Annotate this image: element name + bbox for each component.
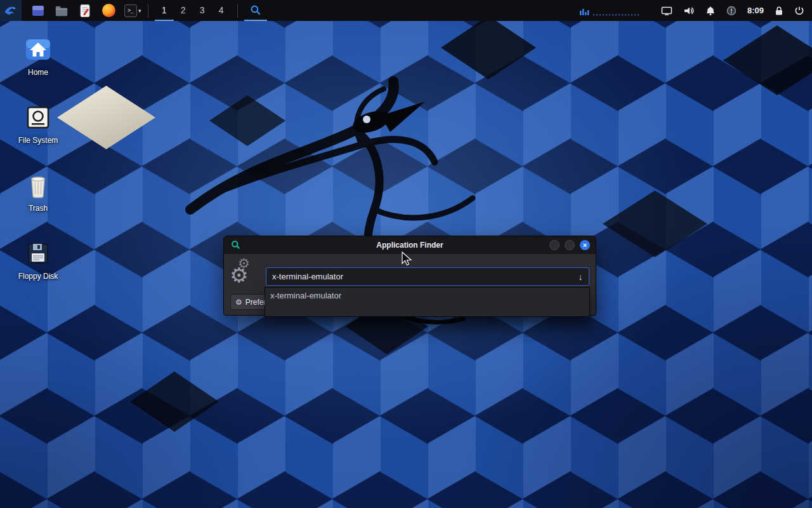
- launcher-file-manager[interactable]: [30, 3, 46, 18]
- workspace-button-4[interactable]: 4: [212, 0, 231, 21]
- close-icon: ×: [583, 242, 587, 249]
- desktop-icon-label: Trash: [29, 204, 48, 213]
- system-tray: 8:09: [579, 4, 812, 17]
- titlebar-buttons: ×: [549, 240, 590, 250]
- launcher-terminal[interactable]: >_ ▾: [124, 3, 141, 18]
- firefox-icon: [102, 4, 115, 17]
- desktop-icon-home[interactable]: Home: [8, 36, 69, 77]
- workspace-label: 4: [219, 5, 224, 15]
- search-icon: [250, 4, 261, 16]
- kali-logo-icon: [4, 4, 18, 18]
- status-icon: [726, 6, 737, 16]
- home-icon: [24, 36, 52, 64]
- cpu-graph-applet[interactable]: [579, 4, 640, 17]
- launcher-text-editor[interactable]: [77, 3, 93, 18]
- applications-menu-button[interactable]: [0, 0, 22, 21]
- file-system-icon: [24, 104, 52, 131]
- lock-screen-button[interactable]: [775, 6, 783, 16]
- workspace-button-1[interactable]: 1: [155, 0, 174, 21]
- launcher-folder[interactable]: [54, 3, 69, 18]
- dropdown-arrow-button[interactable]: ↓: [573, 270, 587, 283]
- taskbar-application-finder[interactable]: [244, 0, 267, 21]
- panel-separator: [237, 4, 238, 18]
- window-title: Application Finder: [224, 236, 596, 254]
- desktop-icon-file-system[interactable]: File System: [8, 104, 69, 145]
- bell-icon: [705, 6, 716, 16]
- arrow-down-icon: ↓: [579, 272, 583, 282]
- display-icon: [661, 6, 672, 16]
- gear-icon: ⚙: [230, 265, 249, 286]
- completion-dropdown: x-terminal-emulator: [265, 287, 590, 317]
- file-manager-icon: [31, 4, 45, 18]
- maximize-button[interactable]: [565, 240, 575, 250]
- launcher-group: >_ ▾: [30, 3, 141, 18]
- top-panel: >_ ▾ 1 2 3 4: [0, 0, 812, 21]
- status-tray-button[interactable]: [726, 6, 737, 16]
- titlebar[interactable]: Application Finder ×: [224, 236, 596, 254]
- panel-separator: [148, 4, 148, 18]
- minimize-button[interactable]: [549, 240, 560, 250]
- logout-button[interactable]: [794, 6, 804, 16]
- cpu-graph-icon: [579, 4, 640, 17]
- power-icon: [794, 6, 804, 16]
- desktop-icon-floppy-disk[interactable]: Floppy Disk: [8, 239, 69, 281]
- search-input[interactable]: [266, 267, 589, 286]
- launcher-firefox[interactable]: [101, 3, 116, 18]
- folder-icon: [55, 4, 69, 18]
- display-tray-button[interactable]: [661, 6, 672, 16]
- clock[interactable]: 8:09: [747, 6, 764, 15]
- close-button[interactable]: ×: [580, 240, 590, 250]
- chevron-down-icon[interactable]: ▾: [138, 8, 141, 14]
- workspace-label: 2: [181, 5, 186, 15]
- lock-icon: [775, 6, 783, 16]
- completion-item-label: x-terminal-emulator: [270, 291, 341, 300]
- text-editor-icon: [78, 4, 92, 18]
- floppy-disk-icon: [24, 239, 52, 267]
- trash-icon: [24, 171, 52, 199]
- workspace-label: 3: [200, 5, 205, 15]
- gear-icon: ⚙: [235, 298, 242, 306]
- desktop-icon-label: Home: [28, 68, 48, 77]
- terminal-prompt-glyph: >_: [128, 8, 134, 13]
- workspace-label: 1: [162, 5, 167, 15]
- desktop-icon-trash[interactable]: Trash: [8, 171, 69, 213]
- workspace-button-2[interactable]: 2: [174, 0, 193, 21]
- desktop-icon-label: File System: [18, 136, 58, 145]
- completion-item[interactable]: x-terminal-emulator: [265, 288, 589, 304]
- workspace-button-3[interactable]: 3: [193, 0, 212, 21]
- notifications-tray-button[interactable]: [705, 6, 716, 16]
- desktop-icon-label: Floppy Disk: [18, 272, 58, 281]
- terminal-icon: >_: [124, 4, 137, 17]
- volume-tray-button[interactable]: [683, 6, 695, 16]
- volume-icon: [683, 6, 695, 16]
